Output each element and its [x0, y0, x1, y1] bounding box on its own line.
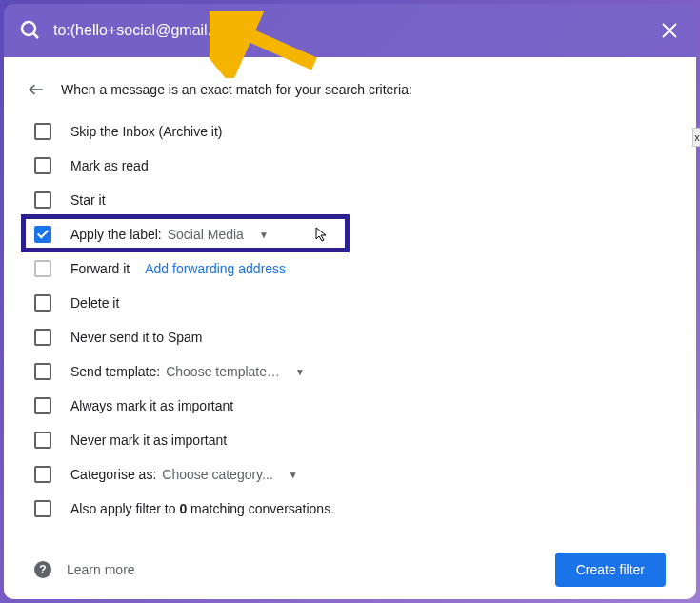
checkbox-star[interactable] — [34, 191, 51, 209]
label-delete: Delete it — [70, 295, 119, 311]
checkbox-mark-important[interactable] — [34, 397, 51, 414]
filter-panel: x When a message is an exact match for y… — [4, 57, 696, 599]
option-apply-label: Apply the label: Social Media ▼ — [11, 217, 689, 251]
search-query[interactable]: to:(hello+social@gmail.com) — [53, 22, 658, 39]
checkbox-delete[interactable] — [34, 294, 51, 312]
option-also-apply: Also apply filter to 0 matching conversa… — [11, 492, 689, 526]
learn-more-text: Learn more — [67, 562, 135, 577]
cursor-icon — [314, 227, 330, 242]
search-icon — [19, 19, 42, 42]
close-icon[interactable] — [658, 19, 681, 42]
option-forward: Forward it Add forwarding address — [11, 251, 689, 286]
checkbox-never-spam[interactable] — [34, 329, 51, 346]
chevron-down-icon: ▼ — [295, 367, 305, 377]
label-never-important: Never mark it as important — [70, 432, 227, 448]
label-also-apply: Also apply filter to 0 matching conversa… — [70, 501, 334, 516]
learn-more-link[interactable]: ? Learn more — [34, 561, 135, 578]
checkbox-never-important[interactable] — [34, 432, 51, 449]
label-mark-important: Always mark it as important — [70, 398, 233, 413]
checkbox-categorise[interactable] — [34, 466, 51, 483]
dropdown-apply-label[interactable]: Social Media ▼ — [168, 227, 269, 242]
checkbox-mark-read[interactable] — [34, 157, 51, 174]
option-send-template: Send template: Choose template… ▼ — [11, 354, 689, 389]
option-never-spam: Never send it to Spam — [11, 320, 689, 354]
svg-line-1 — [33, 33, 38, 38]
option-categorise: Categorise as: Choose category... ▼ — [11, 457, 689, 492]
link-add-forwarding[interactable]: Add forwarding address — [145, 261, 286, 276]
search-bar: to:(hello+social@gmail.com) — [4, 4, 696, 57]
header-text: When a message is an exact match for you… — [61, 82, 412, 97]
label-forward: Forward it — [70, 261, 130, 276]
create-filter-button[interactable]: Create filter — [555, 553, 666, 587]
panel-footer: ? Learn more Create filter — [11, 533, 689, 587]
checkbox-forward[interactable] — [34, 260, 51, 277]
help-icon: ? — [34, 561, 51, 578]
checkbox-send-template[interactable] — [34, 363, 51, 380]
label-apply-label: Apply the label: — [70, 227, 162, 242]
chevron-down-icon: ▼ — [259, 230, 269, 240]
option-never-important: Never mark it as important — [11, 423, 689, 457]
svg-point-0 — [22, 22, 35, 35]
label-send-template: Send template: — [70, 364, 160, 379]
option-mark-important: Always mark it as important — [11, 389, 689, 423]
label-skip-inbox: Skip the Inbox (Archive it) — [70, 124, 223, 139]
peek-fragment: x — [692, 128, 700, 147]
label-star: Star it — [70, 192, 106, 208]
checkbox-apply-label[interactable] — [34, 226, 51, 243]
chevron-down-icon: ▼ — [289, 470, 298, 480]
dropdown-send-template-value: Choose template… — [166, 364, 280, 379]
label-mark-read: Mark as read — [70, 158, 149, 173]
panel-header: When a message is an exact match for you… — [11, 76, 689, 114]
option-delete: Delete it — [11, 286, 689, 320]
dropdown-send-template[interactable]: Choose template… ▼ — [166, 364, 305, 379]
back-icon[interactable] — [27, 80, 46, 99]
dropdown-categorise-value: Choose category... — [162, 467, 272, 482]
dropdown-categorise[interactable]: Choose category... ▼ — [162, 467, 297, 482]
dropdown-apply-label-value: Social Media — [168, 227, 244, 242]
option-skip-inbox: Skip the Inbox (Archive it) — [11, 114, 689, 149]
label-categorise: Categorise as: — [70, 467, 156, 482]
option-mark-read: Mark as read — [11, 149, 689, 183]
checkbox-also-apply[interactable] — [34, 500, 51, 517]
label-never-spam: Never send it to Spam — [70, 330, 203, 345]
option-star: Star it — [11, 183, 689, 217]
checkbox-skip-inbox[interactable] — [34, 123, 51, 140]
